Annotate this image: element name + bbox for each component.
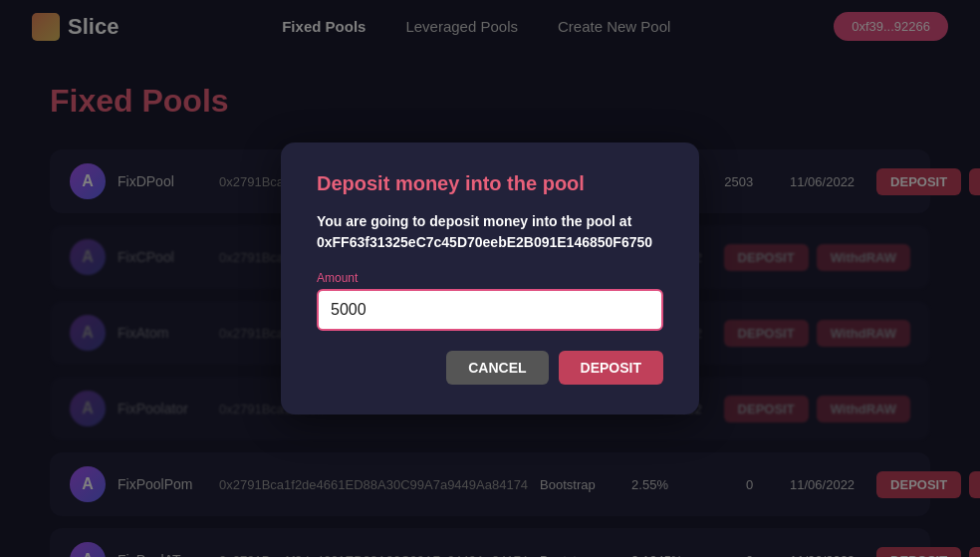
amount-label: Amount (317, 271, 663, 285)
modal-desc: You are going to deposit money into the … (317, 211, 663, 253)
amount-input-group: Amount (317, 271, 663, 331)
amount-input[interactable] (317, 289, 663, 331)
cancel-button[interactable]: CANCEL (446, 351, 548, 385)
deposit-modal: Deposit money into the pool You are goin… (281, 142, 699, 415)
modal-actions: CANCEL DEPOSIT (317, 351, 663, 385)
modal-overlay[interactable]: Deposit money into the pool You are goin… (0, 0, 980, 557)
modal-deposit-button[interactable]: DEPOSIT (559, 351, 663, 385)
modal-title: Deposit money into the pool (317, 172, 663, 195)
